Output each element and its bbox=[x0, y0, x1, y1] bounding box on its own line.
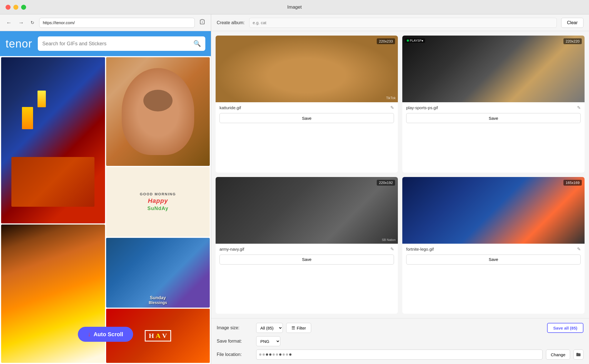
image-size-select[interactable]: All (85) Small Medium Large bbox=[256, 323, 283, 333]
image-thumb-2: PLAYSP● 220x220 bbox=[402, 36, 585, 102]
save-all-button[interactable]: Save all (85) bbox=[547, 323, 583, 333]
main-layout: ← → ↻ tenor 🔍 bbox=[0, 14, 589, 364]
path-dot bbox=[266, 353, 268, 356]
save-button-3[interactable]: Save bbox=[219, 255, 394, 265]
gif-item-goodmorning[interactable]: GOOD MORNING Happy SuNdAy bbox=[106, 167, 210, 237]
gif-grid: GOOD MORNING Happy SuNdAy Sunday Blessin… bbox=[0, 56, 211, 364]
image-card-footer-4: fortnite-lego.gif ✎ bbox=[402, 244, 585, 255]
filter-label: Filter bbox=[297, 326, 306, 330]
image-size-badge-3: 220x192 bbox=[377, 180, 395, 186]
file-location-bar bbox=[256, 350, 543, 360]
image-card-footer-3: army-navy.gif ✎ bbox=[216, 244, 398, 255]
browser-content: tenor 🔍 bbox=[0, 31, 211, 364]
image-thumb-3: SB Nation 220x192 bbox=[216, 177, 398, 244]
gif-item-sunday[interactable]: Sunday Blessings bbox=[106, 238, 210, 308]
gif-col-left bbox=[1, 57, 105, 363]
app-title: Imaget bbox=[287, 4, 302, 10]
tenor-search-input[interactable] bbox=[42, 41, 191, 47]
image-size-badge-2: 220x220 bbox=[563, 38, 582, 44]
edit-icon-2[interactable]: ✎ bbox=[577, 105, 581, 110]
image-size-badge-4: 165x169 bbox=[563, 180, 582, 186]
gif-item-cat[interactable] bbox=[106, 57, 210, 166]
save-format-select[interactable]: PNG JPEG GIF WEBP bbox=[256, 336, 280, 346]
browser-panel: ← → ↻ tenor 🔍 bbox=[0, 14, 211, 364]
clear-button[interactable]: Clear bbox=[561, 18, 583, 28]
minimize-button[interactable] bbox=[13, 5, 18, 10]
auto-scroll-label: Auto Scroll bbox=[94, 331, 123, 338]
image-size-badge-1: 220x233 bbox=[377, 38, 395, 44]
refresh-button[interactable]: ↻ bbox=[29, 19, 36, 26]
playspot-badge: PLAYSP● bbox=[405, 38, 425, 43]
control-row-3: File location: Change bbox=[217, 350, 583, 360]
filter-button[interactable]: ☰ Filter bbox=[286, 323, 311, 333]
maximize-button[interactable] bbox=[21, 5, 26, 10]
sbnation-badge: SB Nation bbox=[382, 238, 396, 241]
image-name-1: katturide.gif bbox=[219, 105, 241, 110]
album-label: Create album: bbox=[217, 20, 245, 25]
forward-button[interactable]: → bbox=[17, 18, 26, 27]
path-dot bbox=[259, 353, 261, 356]
path-dot bbox=[269, 353, 271, 356]
playspot-dot bbox=[407, 39, 409, 42]
save-button-2[interactable]: Save bbox=[406, 113, 581, 123]
url-bar[interactable] bbox=[39, 18, 195, 28]
folder-button[interactable] bbox=[573, 350, 583, 360]
image-card-4: 165x169 fortnite-lego.gif ✎ Save bbox=[402, 177, 585, 314]
tiktok-badge: TikTok bbox=[386, 96, 396, 100]
tenor-search-bar[interactable]: 🔍 bbox=[38, 36, 205, 51]
edit-icon-1[interactable]: ✎ bbox=[390, 105, 394, 110]
back-button[interactable]: ← bbox=[4, 18, 13, 27]
save-button-1[interactable]: Save bbox=[219, 113, 394, 123]
gif-item-christmas[interactable] bbox=[1, 57, 105, 223]
bottom-controls: Image size: All (85) Small Medium Large … bbox=[211, 318, 589, 364]
path-dot bbox=[263, 353, 265, 356]
tenor-header: tenor 🔍 bbox=[0, 31, 211, 56]
image-card-3: SB Nation 220x192 army-navy.gif ✎ Save bbox=[216, 177, 398, 314]
path-dot bbox=[273, 353, 275, 356]
file-location-dots bbox=[259, 353, 291, 356]
save-button-4[interactable]: Save bbox=[406, 255, 581, 265]
image-name-3: army-navy.gif bbox=[219, 247, 244, 251]
playspot-text: PLAYSP● bbox=[410, 39, 423, 42]
save-format-label: Save format: bbox=[217, 339, 253, 344]
file-location-label: File location: bbox=[217, 352, 253, 357]
image-thumb: TikTok 220x233 bbox=[216, 36, 398, 102]
control-row-1: Image size: All (85) Small Medium Large … bbox=[217, 323, 583, 333]
image-card-footer-2: play-sports-ps.gif ✎ bbox=[402, 102, 585, 113]
search-icon: 🔍 bbox=[193, 40, 201, 47]
window-controls bbox=[6, 5, 26, 10]
edit-icon-4[interactable]: ✎ bbox=[577, 246, 581, 252]
path-dot bbox=[276, 353, 278, 356]
right-toolbar: Create album: Clear bbox=[211, 14, 589, 31]
image-card: TikTok 220x233 katturide.gif ✎ Save bbox=[216, 36, 398, 173]
path-dot bbox=[289, 353, 291, 356]
close-button[interactable] bbox=[6, 5, 11, 10]
image-card-footer-1: katturide.gif ✎ bbox=[216, 102, 398, 113]
image-thumb-4: 165x169 bbox=[402, 177, 585, 244]
image-name-4: fortnite-lego.gif bbox=[406, 247, 434, 251]
tenor-logo: tenor bbox=[6, 38, 32, 50]
image-name-2: play-sports-ps.gif bbox=[406, 105, 438, 110]
path-dot bbox=[286, 353, 288, 356]
extension-button[interactable] bbox=[198, 18, 206, 28]
filter-icon: ☰ bbox=[291, 325, 295, 330]
control-row-2: Save format: PNG JPEG GIF WEBP bbox=[217, 336, 583, 346]
edit-icon-3[interactable]: ✎ bbox=[390, 246, 394, 252]
browser-toolbar: ← → ↻ bbox=[0, 14, 211, 31]
titlebar: Imaget bbox=[0, 0, 589, 14]
gif-item-leaves[interactable] bbox=[1, 225, 105, 363]
right-panel: Create album: Clear TikTok 220x233 kattu… bbox=[211, 14, 589, 364]
path-dot bbox=[283, 353, 285, 356]
folder-icon bbox=[576, 352, 581, 357]
image-card-2: PLAYSP● 220x220 play-sports-ps.gif ✎ Sav… bbox=[402, 36, 585, 173]
image-grid: TikTok 220x233 katturide.gif ✎ Save PLAY… bbox=[211, 31, 589, 318]
album-input[interactable] bbox=[249, 18, 557, 28]
change-button[interactable]: Change bbox=[546, 350, 570, 360]
path-dot bbox=[279, 353, 281, 356]
gif-col-right: GOOD MORNING Happy SuNdAy Sunday Blessin… bbox=[106, 57, 210, 363]
auto-scroll-button[interactable]: ↓ Auto Scroll bbox=[78, 327, 133, 342]
image-size-label: Image size: bbox=[217, 325, 253, 330]
